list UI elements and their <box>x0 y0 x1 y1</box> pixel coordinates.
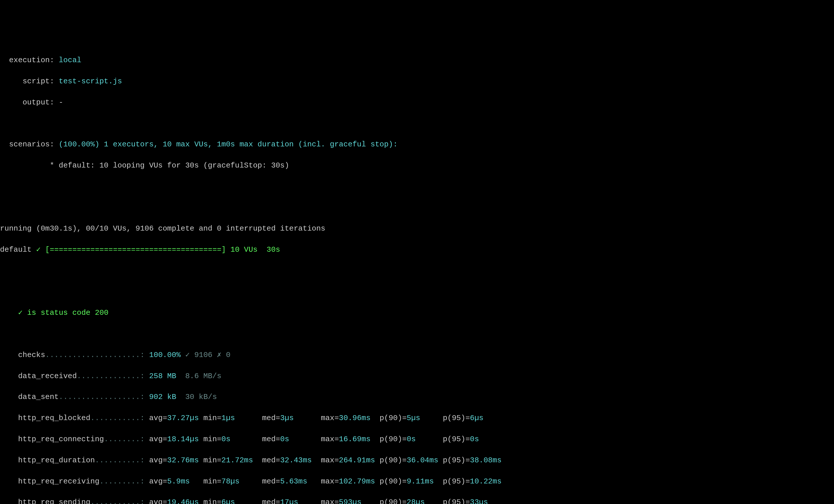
metric-checks: checks.....................: 100.00% ✓ 9… <box>0 350 834 360</box>
metric-http-req-blocked: http_req_blocked...........: avg=37.27µs… <box>0 413 834 423</box>
running-status: running (0m30.1s), 00/10 VUs, 9106 compl… <box>0 223 834 234</box>
status-check: ✓ is status code 200 <box>0 307 834 318</box>
metric-http-req-sending: http_req_sending...........: avg=19.46µs… <box>0 497 834 504</box>
metric-data-received: data_received..............: 258 MB 8.6 … <box>0 371 834 381</box>
header-output: output: - <box>0 97 834 108</box>
metric-data-sent: data_sent..................: 902 kB 30 k… <box>0 392 834 402</box>
header-execution: execution: local <box>0 55 834 65</box>
check-icon: ✓ <box>36 245 41 254</box>
progress-bar: default ✓ [=============================… <box>0 245 834 255</box>
scenarios-summary: scenarios: (100.00%) 1 executors, 10 max… <box>0 139 834 150</box>
check-icon: ✓ <box>185 351 190 359</box>
scenarios-detail: * default: 10 looping VUs for 30s (grace… <box>0 160 834 171</box>
terminal-output: execution: local script: test-script.js … <box>0 45 834 504</box>
metric-http-req-receiving: http_req_receiving.........: avg=5.9ms m… <box>0 476 834 487</box>
header-script: script: test-script.js <box>0 76 834 87</box>
metric-http-req-connecting: http_req_connecting........: avg=18.14µs… <box>0 434 834 444</box>
check-icon: ✓ <box>18 308 23 317</box>
x-icon: ✗ <box>217 351 221 359</box>
metric-http-req-duration: http_req_duration..........: avg=32.76ms… <box>0 455 834 465</box>
